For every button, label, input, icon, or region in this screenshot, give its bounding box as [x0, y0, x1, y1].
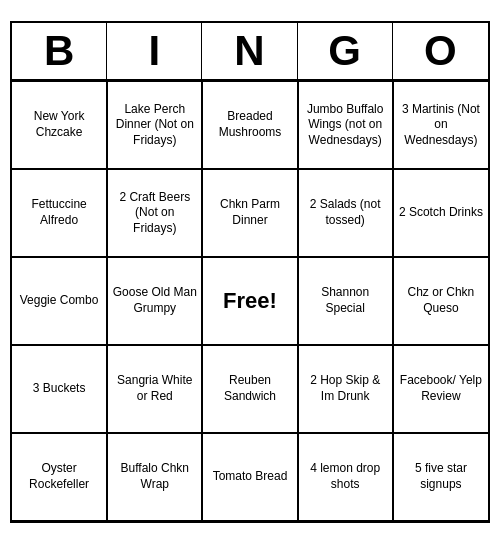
bingo-cell-18: 2 Hop Skip & Im Drunk: [298, 345, 393, 433]
bingo-letter-n: N: [202, 23, 297, 79]
bingo-cell-12: Free!: [202, 257, 297, 345]
bingo-cell-21: Buffalo Chkn Wrap: [107, 433, 202, 521]
bingo-cell-0: New York Chzcake: [12, 81, 107, 169]
bingo-cell-15: 3 Buckets: [12, 345, 107, 433]
bingo-cell-6: 2 Craft Beers (Not on Fridays): [107, 169, 202, 257]
bingo-card: BINGO New York ChzcakeLake Perch Dinner …: [10, 21, 490, 523]
bingo-cell-20: Oyster Rockefeller: [12, 433, 107, 521]
bingo-cell-2: Breaded Mushrooms: [202, 81, 297, 169]
bingo-cell-23: 4 lemon drop shots: [298, 433, 393, 521]
bingo-cell-7: Chkn Parm Dinner: [202, 169, 297, 257]
bingo-cell-24: 5 five star signups: [393, 433, 488, 521]
bingo-cell-5: Fettuccine Alfredo: [12, 169, 107, 257]
bingo-cell-13: Shannon Special: [298, 257, 393, 345]
bingo-letter-i: I: [107, 23, 202, 79]
bingo-cell-11: Goose Old Man Grumpy: [107, 257, 202, 345]
bingo-grid: New York ChzcakeLake Perch Dinner (Not o…: [12, 81, 488, 521]
bingo-letter-g: G: [298, 23, 393, 79]
bingo-cell-17: Reuben Sandwich: [202, 345, 297, 433]
bingo-cell-4: 3 Martinis (Not on Wednesdays): [393, 81, 488, 169]
bingo-letter-b: B: [12, 23, 107, 79]
bingo-cell-1: Lake Perch Dinner (Not on Fridays): [107, 81, 202, 169]
bingo-cell-8: 2 Salads (not tossed): [298, 169, 393, 257]
bingo-cell-3: Jumbo Buffalo Wings (not on Wednesdays): [298, 81, 393, 169]
bingo-header: BINGO: [12, 23, 488, 81]
bingo-letter-o: O: [393, 23, 488, 79]
bingo-cell-14: Chz or Chkn Queso: [393, 257, 488, 345]
bingo-cell-10: Veggie Combo: [12, 257, 107, 345]
bingo-cell-19: Facebook/ Yelp Review: [393, 345, 488, 433]
bingo-cell-9: 2 Scotch Drinks: [393, 169, 488, 257]
bingo-cell-22: Tomato Bread: [202, 433, 297, 521]
bingo-cell-16: Sangria White or Red: [107, 345, 202, 433]
